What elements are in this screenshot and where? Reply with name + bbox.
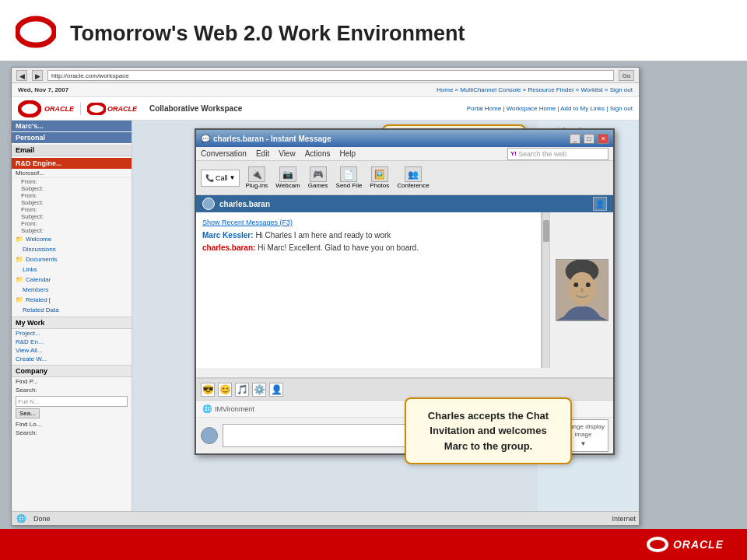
emoji-btn3[interactable]: 🎵 (235, 383, 249, 397)
browser-status-bar: 🌐 Done Internet (12, 511, 640, 525)
page-title: Tomorrow's Web 2.0 Work Environment (70, 22, 465, 46)
sidebar-rd[interactable]: R&D En... (12, 338, 132, 346)
oracle-footer-text: ORACLE (673, 538, 724, 551)
sidebar-nav-discussions1[interactable]: Discussions (12, 244, 132, 254)
toolbar-sendfile[interactable]: 📄 Send File (334, 165, 365, 191)
svg-point-8 (580, 288, 584, 292)
chat-scrollbar[interactable] (542, 212, 549, 368)
call-btn[interactable]: 📞 Call ▼ (201, 170, 240, 187)
footer-bar: ORACLE (0, 529, 747, 560)
call-dropdown[interactable]: ▼ (230, 174, 236, 181)
menu-view[interactable]: View (279, 149, 296, 158)
plugins-icon: 🔌 (248, 166, 265, 182)
emoji-btn2[interactable]: 😊 (218, 383, 232, 397)
svg-point-2 (88, 103, 105, 114)
phone-icon: 📞 (205, 174, 214, 182)
games-icon: 🎮 (310, 166, 327, 182)
toolbar-games[interactable]: 🎮 Games (306, 165, 331, 191)
msg2-sender: charles.baran: (202, 243, 258, 252)
sidebar-nav-relateddata[interactable]: Related Data (12, 305, 132, 315)
avatar-btn[interactable]: 👤 (269, 383, 283, 397)
chat-msg-2: charles.baran: Hi Marc! Excellent. Glad … (202, 243, 535, 252)
menu-actions[interactable]: Actions (305, 149, 331, 158)
profile-icon[interactable]: 👤 (593, 197, 607, 211)
imvironment-icon: 🌐 (202, 404, 212, 413)
conference-icon: 👥 (405, 166, 422, 182)
imvironment-label: IMVironment (215, 405, 254, 413)
svg-point-1 (19, 102, 40, 116)
webcam-icon: 📷 (279, 166, 296, 182)
collab-workspace-label: Collaborative Workspace (149, 104, 242, 113)
portal-tab-nav: Portal Home | Workspace Home | Add to My… (467, 105, 633, 112)
im-maximize-btn[interactable]: □ (584, 134, 594, 144)
address-bar[interactable]: http://oracle.com/workspace (47, 70, 614, 81)
main-portal-content: ...ary information. ... future benefit e… (132, 121, 639, 526)
scrollbar-thumb[interactable] (543, 220, 549, 242)
sidebar-from1: From: (12, 178, 132, 185)
callout-bottom-center: Charles accepts the Chat Invitation and … (405, 397, 572, 465)
top-nav-bar: Wed, Nov 7, 2007 Home » MultiChannel Con… (12, 83, 639, 97)
sendfile-icon: 📄 (340, 166, 357, 182)
svg-point-0 (17, 19, 54, 45)
svg-point-7 (585, 282, 590, 287)
im-close-btn[interactable]: ✕ (598, 134, 608, 144)
sidebar-nav-calendar1[interactable]: 📁Calendar (12, 275, 132, 285)
status-internet: Internet (612, 515, 636, 523)
top-nav-links: Home » MultiChannel Console » Resource F… (437, 86, 633, 93)
folder-icon1: 📁 (16, 236, 23, 243)
sidebar-findloc: Find Lo... (12, 420, 132, 429)
sidebar-mywork-header: My Work (12, 317, 132, 329)
sidebar-from2: From: (12, 192, 132, 199)
sidebar-fullname[interactable]: Full N... (16, 396, 128, 407)
browser-window: ◀ ▶ http://oracle.com/workspace Go Wed, … (11, 67, 640, 526)
menu-conversation[interactable]: Conversation (201, 149, 247, 158)
toolbar-photos[interactable]: 🖼️ Photos (367, 165, 391, 191)
search-bar[interactable]: Y! (507, 148, 608, 160)
im-title: charles.baran - Instant Message (213, 135, 566, 143)
sidebar-nav-documents1[interactable]: 📁Documents (12, 254, 132, 264)
forward-btn[interactable]: ▶ (32, 70, 43, 81)
sidebar-nav-members1[interactable]: Members (12, 285, 132, 295)
input-avatar (201, 427, 218, 444)
oracle-logo2: ORACLE (87, 103, 137, 115)
photos-icon: 🖼️ (371, 166, 388, 182)
im-toolbar: 📞 Call ▼ 🔌 Plug-ins 📷 Webcam (196, 161, 613, 195)
sidebar-nav-links1[interactable]: Links (12, 264, 132, 275)
contact-name: charles.baran (219, 200, 270, 208)
im-menubar: Conversation Edit View Actions Help Y! (196, 147, 613, 161)
sidebar-project[interactable]: Project... (12, 329, 132, 338)
folder-icon4: 📁 (16, 296, 23, 303)
sidebar-email-item1[interactable]: Microsof... (12, 169, 132, 178)
im-minimize-btn[interactable]: _ (570, 134, 580, 144)
emoji-btn1[interactable]: 😎 (201, 383, 215, 397)
emoji-btn4[interactable]: ⚙️ (252, 383, 266, 397)
menu-edit[interactable]: Edit (256, 149, 269, 158)
svg-point-9 (648, 538, 667, 551)
folder-icon3: 📁 (16, 276, 23, 283)
oracle-logo-portal: ORACLE (18, 100, 74, 117)
toolbar-plugins[interactable]: 🔌 Plug-ins (243, 165, 270, 191)
im-icon: 💬 (201, 135, 210, 143)
sidebar-email-header: Email (12, 145, 132, 156)
sidebar-viewall[interactable]: View All... (12, 346, 132, 355)
sidebar-findp: Find P... (12, 377, 132, 386)
sidebar-nav-welcome1[interactable]: 📁Welcome (12, 234, 132, 244)
sidebar-nav-related[interactable]: 📁 Related [ (12, 295, 132, 305)
back-btn[interactable]: ◀ (16, 70, 27, 81)
show-recent-link[interactable]: Show Recent Messages (F3) (202, 219, 535, 226)
search-input[interactable] (518, 150, 605, 158)
contact-photo (556, 259, 608, 321)
go-btn[interactable]: Go (619, 70, 634, 81)
sidebar-search-btn[interactable]: Sea... (16, 408, 40, 418)
toolbar-conference[interactable]: 👥 Conference (395, 165, 431, 191)
sidebar-create[interactable]: Create W... (12, 355, 132, 363)
menu-help[interactable]: Help (339, 149, 356, 158)
oracle-footer-logo: ORACLE (647, 537, 724, 552)
yahoo-logo: Y! (510, 150, 517, 157)
oracle-text: ORACLE (44, 105, 74, 113)
im-avatar-panel (549, 212, 613, 368)
call-label: Call (216, 174, 228, 182)
portal-header-bar: ORACLE ORACLE Collaborative Workspace Po… (12, 97, 639, 121)
toolbar-webcam[interactable]: 📷 Webcam (273, 165, 302, 191)
status-icon: 🌐 (16, 514, 26, 523)
